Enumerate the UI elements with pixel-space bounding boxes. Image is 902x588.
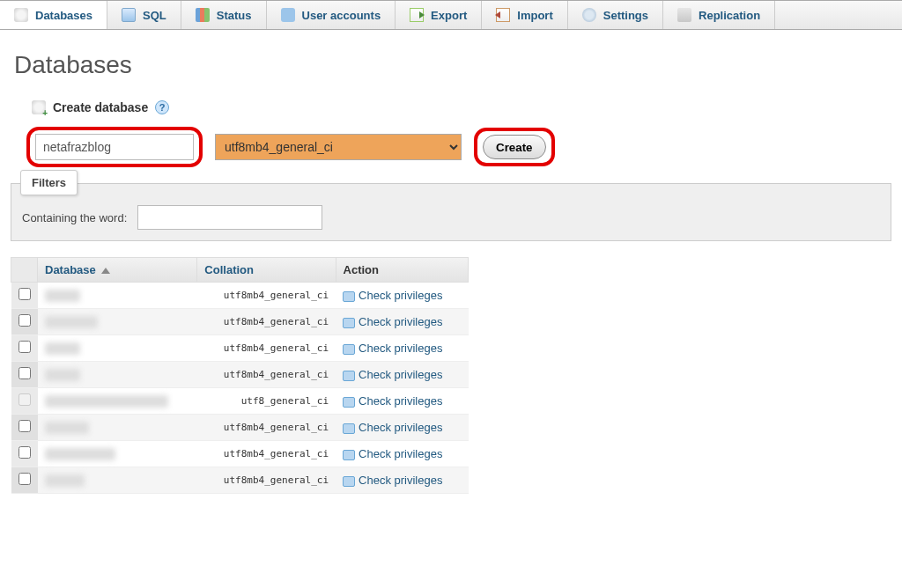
tab-sql[interactable]: SQL bbox=[107, 1, 181, 29]
row-database-name[interactable]: x bbox=[38, 283, 197, 309]
check-privileges-link[interactable]: Check privileges bbox=[359, 315, 442, 328]
row-database-name[interactable]: x bbox=[38, 441, 197, 467]
privileges-icon bbox=[343, 371, 355, 381]
import-icon bbox=[496, 8, 510, 22]
tab-label: Import bbox=[517, 9, 552, 22]
database-add-icon bbox=[32, 100, 46, 114]
row-checkbox-cell bbox=[11, 283, 38, 309]
highlight-create-button: Create bbox=[474, 128, 555, 166]
row-action: Check privileges bbox=[336, 335, 468, 362]
filter-label: Containing the word: bbox=[22, 211, 127, 224]
col-database[interactable]: Database bbox=[38, 258, 197, 283]
row-checkbox[interactable] bbox=[18, 473, 31, 485]
wrench-icon bbox=[582, 8, 596, 22]
table-row: xutf8mb4_general_ciCheck privileges bbox=[11, 309, 469, 335]
filters-legend: Filters bbox=[20, 170, 78, 195]
users-icon bbox=[281, 8, 295, 22]
row-action: Check privileges bbox=[336, 415, 468, 441]
status-icon bbox=[196, 8, 210, 22]
tab-settings[interactable]: Settings bbox=[568, 1, 663, 29]
database-icon bbox=[14, 8, 28, 22]
row-checkbox-cell bbox=[11, 415, 38, 441]
row-collation: utf8mb4_general_ci bbox=[197, 415, 336, 441]
row-checkbox-cell bbox=[11, 467, 38, 494]
top-tabs: Databases SQL Status User accounts Expor… bbox=[0, 0, 902, 30]
row-action: Check privileges bbox=[336, 467, 468, 494]
row-collation: utf8_general_ci bbox=[197, 388, 336, 415]
tab-user-accounts[interactable]: User accounts bbox=[267, 1, 396, 29]
row-checkbox[interactable] bbox=[18, 341, 31, 353]
row-checkbox-cell bbox=[11, 335, 38, 362]
row-checkbox[interactable] bbox=[18, 367, 31, 379]
check-privileges-link[interactable]: Check privileges bbox=[359, 447, 442, 460]
row-database-name[interactable]: x bbox=[38, 388, 197, 415]
row-checkbox bbox=[18, 393, 31, 406]
row-checkbox[interactable] bbox=[18, 420, 31, 432]
row-checkbox[interactable] bbox=[18, 446, 31, 459]
check-privileges-link[interactable]: Check privileges bbox=[359, 474, 442, 487]
replication-icon bbox=[677, 8, 691, 22]
create-button[interactable]: Create bbox=[483, 135, 546, 159]
check-privileges-link[interactable]: Check privileges bbox=[359, 342, 442, 355]
page-title: Databases bbox=[14, 51, 902, 79]
row-action: Check privileges bbox=[336, 283, 468, 309]
tab-replication[interactable]: Replication bbox=[663, 1, 775, 29]
filter-word-input[interactable] bbox=[137, 205, 322, 230]
export-icon bbox=[410, 8, 424, 22]
table-row: xutf8mb4_general_ciCheck privileges bbox=[11, 467, 469, 494]
col-collation[interactable]: Collation bbox=[197, 258, 336, 283]
collation-select[interactable]: utf8mb4_general_ci bbox=[215, 134, 462, 160]
row-collation: utf8mb4_general_ci bbox=[197, 335, 336, 362]
col-checkbox bbox=[11, 258, 38, 283]
col-action: Action bbox=[336, 258, 468, 283]
create-database-heading: Create database ? bbox=[32, 100, 902, 114]
row-database-name[interactable]: x bbox=[38, 335, 197, 362]
tab-export[interactable]: Export bbox=[396, 1, 482, 29]
row-action: Check privileges bbox=[336, 441, 468, 467]
table-row: xutf8mb4_general_ciCheck privileges bbox=[11, 441, 469, 467]
tab-label: SQL bbox=[143, 9, 166, 22]
privileges-icon bbox=[343, 476, 355, 487]
row-checkbox[interactable] bbox=[18, 314, 31, 327]
tab-status[interactable]: Status bbox=[181, 1, 267, 29]
sql-icon bbox=[122, 8, 136, 22]
row-checkbox-cell bbox=[11, 441, 38, 467]
filters-fieldset: Filters Containing the word: bbox=[11, 183, 891, 241]
table-row: xutf8mb4_general_ciCheck privileges bbox=[11, 362, 469, 388]
databases-table: Database Collation Action xutf8mb4_gener… bbox=[11, 257, 469, 494]
row-checkbox-cell bbox=[11, 309, 38, 335]
create-database-label: Create database bbox=[53, 100, 148, 114]
table-row: xutf8_general_ciCheck privileges bbox=[11, 388, 469, 415]
row-collation: utf8mb4_general_ci bbox=[197, 467, 336, 494]
row-collation: utf8mb4_general_ci bbox=[197, 362, 336, 388]
row-collation: utf8mb4_general_ci bbox=[197, 441, 336, 467]
privileges-icon bbox=[343, 291, 355, 302]
row-database-name[interactable]: x bbox=[38, 309, 197, 335]
tab-databases[interactable]: Databases bbox=[0, 1, 107, 29]
row-database-name[interactable]: x bbox=[38, 362, 197, 388]
table-row: xutf8mb4_general_ciCheck privileges bbox=[11, 335, 469, 362]
row-collation: utf8mb4_general_ci bbox=[197, 283, 336, 309]
row-database-name[interactable]: x bbox=[38, 467, 197, 494]
tab-label: Settings bbox=[603, 9, 648, 22]
tab-import[interactable]: Import bbox=[482, 1, 567, 29]
help-icon[interactable]: ? bbox=[155, 100, 169, 114]
database-name-input[interactable] bbox=[35, 134, 194, 160]
tab-label: Replication bbox=[699, 9, 760, 22]
tab-label: Status bbox=[217, 9, 252, 22]
row-action: Check privileges bbox=[336, 388, 468, 415]
row-checkbox[interactable] bbox=[18, 288, 31, 300]
privileges-icon bbox=[343, 318, 355, 328]
privileges-icon bbox=[343, 397, 355, 408]
check-privileges-link[interactable]: Check privileges bbox=[359, 421, 442, 434]
row-database-name[interactable]: x bbox=[38, 415, 197, 441]
check-privileges-link[interactable]: Check privileges bbox=[359, 394, 442, 408]
row-action: Check privileges bbox=[336, 309, 468, 335]
table-row: xutf8mb4_general_ciCheck privileges bbox=[11, 283, 469, 309]
tab-label: Databases bbox=[35, 9, 92, 22]
check-privileges-link[interactable]: Check privileges bbox=[359, 368, 442, 381]
check-privileges-link[interactable]: Check privileges bbox=[359, 289, 442, 302]
privileges-icon bbox=[343, 450, 355, 460]
table-row: xutf8mb4_general_ciCheck privileges bbox=[11, 415, 469, 441]
privileges-icon bbox=[343, 423, 355, 434]
